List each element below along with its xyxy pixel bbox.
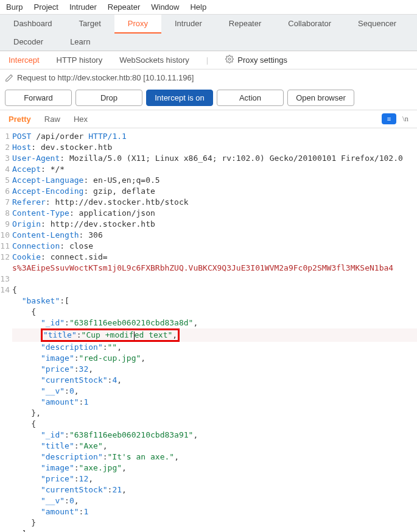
proxy-settings-link[interactable]: Proxy settings: [225, 55, 287, 65]
request-editor[interactable]: 1POST /api/order HTTP/1.1 2Host: dev.sto…: [0, 129, 417, 532]
menu-project[interactable]: Project: [33, 2, 58, 12]
tab-target[interactable]: Target: [66, 15, 114, 33]
drop-button[interactable]: Drop: [75, 90, 142, 106]
message-view-tabs: Pretty Raw Hex ≡ \n: [0, 110, 417, 129]
menu-repeater[interactable]: Repeater: [108, 2, 140, 12]
menu-burp[interactable]: Burp: [6, 2, 23, 12]
forward-button[interactable]: Forward: [5, 90, 72, 106]
subtab-intercept[interactable]: Intercept: [9, 55, 40, 65]
subtab-http-history[interactable]: HTTP history: [57, 55, 103, 65]
pencil-icon: [5, 74, 13, 82]
tab-learn[interactable]: Learn: [57, 33, 103, 51]
tab-collaborator[interactable]: Collaborator: [275, 15, 345, 33]
tab-decoder[interactable]: Decoder: [0, 33, 57, 51]
view-pretty[interactable]: Pretty: [9, 115, 31, 124]
open-browser-button[interactable]: Open browser: [287, 90, 354, 106]
menubar: Burp Project Intruder Repeater Window He…: [0, 0, 417, 15]
tab-repeater[interactable]: Repeater: [216, 15, 275, 33]
action-button[interactable]: Action: [217, 90, 284, 106]
proxy-settings-label: Proxy settings: [237, 55, 287, 65]
highlight-box: "title":"Cup +modifed text",: [41, 328, 180, 342]
intercept-toggle-button[interactable]: Intercept is on: [146, 90, 213, 106]
newline-indicator-icon[interactable]: \n: [402, 114, 408, 124]
main-tabs: Dashboard Target Proxy Intruder Repeater…: [0, 15, 417, 51]
request-info-bar: Request to http://dev.stocker.htb:80 [10…: [0, 69, 417, 86]
request-info-text: Request to http://dev.stocker.htb:80 [10…: [17, 73, 194, 82]
menu-help[interactable]: Help: [190, 2, 206, 12]
tab-sequencer[interactable]: Sequencer: [345, 15, 410, 33]
view-hex[interactable]: Hex: [74, 115, 88, 124]
subtab-websockets-history[interactable]: WebSockets history: [119, 55, 189, 65]
tab-proxy[interactable]: Proxy: [114, 15, 161, 34]
tab-intruder[interactable]: Intruder: [161, 15, 216, 33]
menu-window[interactable]: Window: [151, 2, 179, 12]
tab-dashboard[interactable]: Dashboard: [0, 15, 66, 33]
svg-point-0: [228, 58, 231, 60]
menu-intruder[interactable]: Intruder: [69, 2, 97, 12]
gear-icon: [225, 55, 234, 65]
view-raw[interactable]: Raw: [44, 115, 60, 124]
inspector-toggle-icon[interactable]: ≡: [382, 113, 396, 124]
intercept-toolbar: Forward Drop Intercept is on Action Open…: [0, 86, 417, 110]
proxy-subtabs: Intercept HTTP history WebSockets histor…: [0, 51, 417, 69]
